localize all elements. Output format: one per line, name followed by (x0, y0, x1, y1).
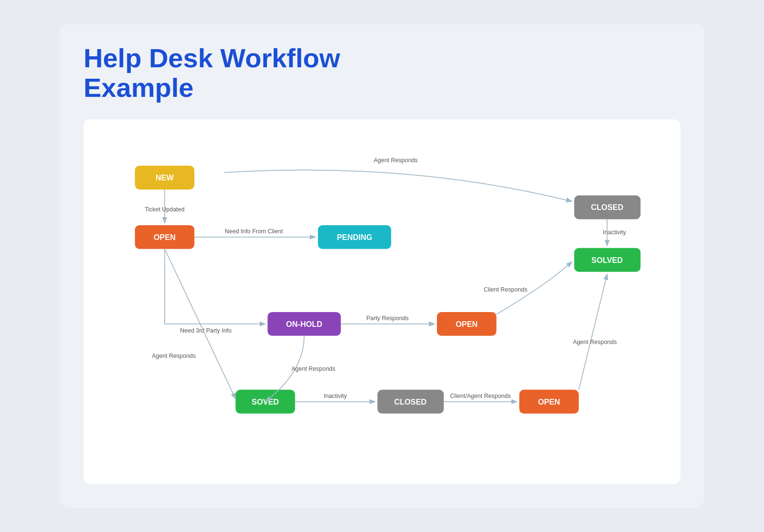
page-title: Help Desk Workflow Example (84, 43, 680, 102)
label-client-agent-responds: Client/Agent Responds (450, 393, 510, 399)
node-closed2-label: CLOSED (591, 203, 624, 211)
label-agent-responds-bottom: Agent Responds (291, 365, 335, 372)
arrow-agent-responds-top (224, 170, 572, 201)
arrow-need-3rd-party (165, 249, 265, 323)
label-party-responds: Party Responds (366, 315, 409, 322)
label-need-info: Need Info From Client (225, 228, 283, 235)
label-client-responds: Client Responds (484, 286, 527, 292)
label-agent-responds-top: Agent Responds (374, 156, 418, 163)
label-agent-responds-left: Agent Responds (152, 352, 196, 359)
node-closed1-label: CLOSED (394, 397, 426, 406)
node-new-label: NEW (156, 173, 174, 182)
node-pending-label: PENDING (337, 232, 372, 241)
label-inactivity-bottom: Inactivity (324, 393, 347, 399)
node-onhold-label: ON-HOLD (286, 319, 322, 328)
node-solved2-label: SOLVED (592, 255, 623, 264)
node-open2-label: OPEN (456, 319, 478, 328)
page-container: Help Desk Workflow Example NEW OPEN PEND… (60, 24, 704, 507)
workflow-svg: NEW OPEN PENDING ON-HOLD OPEN CLOSED SOL… (107, 138, 657, 463)
arrow-agent-responds-right (579, 274, 607, 389)
node-open1-label: OPEN (154, 232, 176, 241)
label-need-3rd-party: Need 3rd Party Info (180, 327, 232, 334)
node-open3-label: OPEN (538, 397, 560, 406)
diagram-card: NEW OPEN PENDING ON-HOLD OPEN CLOSED SOL… (84, 119, 680, 484)
label-agent-responds-right: Agent Responds (573, 339, 617, 345)
label-inactivity-top: Inactivity (603, 229, 626, 236)
label-ticket-updated: Ticket Updated (145, 206, 184, 213)
